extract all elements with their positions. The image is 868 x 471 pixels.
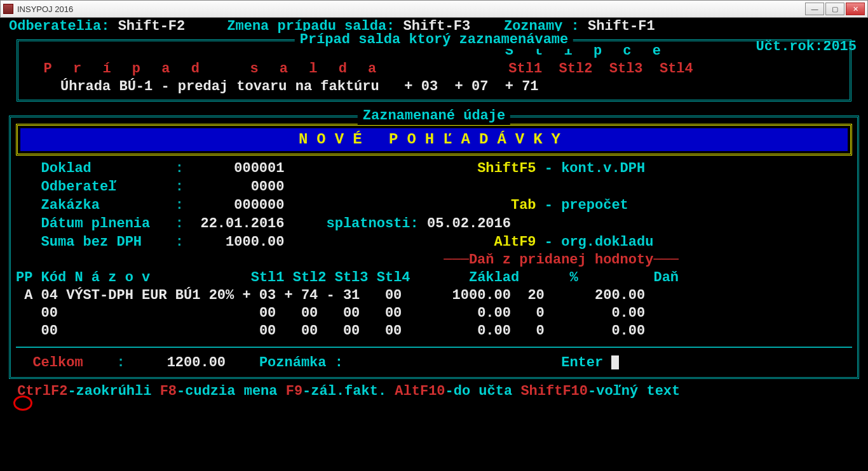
- celkom-label: Celkom: [32, 355, 83, 371]
- banner: NOVÉ POHĽADÁVKY: [16, 124, 852, 156]
- shiftf10-key[interactable]: ShiftF10: [520, 383, 588, 399]
- case-label-row: P r í p a d s a l d a Stl1 Stl2 Stl3 Stl…: [18, 60, 850, 78]
- window-titlebar: INSYPOJ 2016 — ▢ ✕: [0, 0, 868, 18]
- suma-label: Suma bez DPH: [41, 234, 142, 250]
- doklad-label: Doklad: [41, 161, 92, 176]
- altf9-key[interactable]: AltF9: [494, 234, 536, 250]
- datum-label: Dátum plnenia: [41, 216, 151, 232]
- totals-row: Celkom : 1200.00 Poznámka : Enter: [16, 354, 852, 372]
- fields-block: Doklad : 000001 ShiftF5 - kont.v.DPH Odb…: [16, 159, 852, 251]
- vat-row-1[interactable]: 00 00 00 00 00 0.00 0 0.00: [16, 305, 852, 322]
- window-title: INSYPOJ 2016: [17, 4, 73, 14]
- vat-row-2[interactable]: 00 00 00 00 00 0.00 0 0.00: [16, 322, 852, 340]
- splat-value[interactable]: 05.02.2016: [427, 216, 511, 232]
- enter-key[interactable]: Enter: [561, 355, 603, 371]
- minimize-button[interactable]: —: [805, 3, 824, 15]
- app-icon: [3, 4, 13, 14]
- vat-row-0[interactable]: A 04 VÝST-DPH EUR BÚ1 20% + 03 + 74 - 31…: [16, 287, 852, 305]
- suma-value[interactable]: 1000.00: [226, 234, 284, 250]
- f8-key[interactable]: F8: [160, 383, 177, 399]
- banner-text: NOVÉ POHĽADÁVKY: [20, 128, 848, 151]
- shiftf5-text: - kont.v.DPH: [536, 161, 646, 176]
- divider: [16, 347, 852, 348]
- footer-shortcut-bar: CtrlF2-zaokrúhli F8-cudzia mena F9-zál.f…: [9, 383, 859, 401]
- vat-section-line: ───Daň z pridanej hodnoty───: [16, 251, 852, 269]
- altf10-key[interactable]: AltF10: [395, 383, 445, 399]
- zakazka-value[interactable]: 000000: [234, 197, 284, 213]
- celkom-value: 1200.00: [167, 355, 226, 371]
- maximize-button[interactable]: ▢: [825, 3, 844, 15]
- tab-key[interactable]: Tab: [511, 197, 536, 213]
- odberatel-value[interactable]: 0000: [251, 179, 285, 195]
- splat-label: splatnosti:: [327, 216, 419, 232]
- odberatel-label: Odberateľ: [41, 179, 117, 195]
- customers-label: Odberatelia:: [9, 18, 109, 34]
- lists-key[interactable]: Shift-F1: [588, 18, 655, 34]
- datum-value[interactable]: 22.01.2016: [200, 216, 284, 232]
- case-value-row: Úhrada BÚ-1 - predaj tovaru na faktúru +…: [18, 78, 850, 96]
- vat-header-row: PP Kód N á z o v Stl1 Stl2 Stl3 Stl4 Zák…: [16, 269, 852, 287]
- altf9-text: - org.dokladu: [536, 234, 654, 250]
- zakazka-label: Zakázka: [41, 197, 100, 213]
- case-box-title: Prípad salda ktorý zaznamenávame: [295, 31, 573, 49]
- tab-text: - prepočet: [536, 197, 628, 213]
- poznamka-label: Poznámka :: [259, 355, 343, 371]
- close-button[interactable]: ✕: [846, 3, 865, 15]
- ctrlf2-key[interactable]: CtrlF2: [17, 383, 67, 399]
- case-box: Prípad salda ktorý zaznamenávame S t l p…: [17, 39, 851, 102]
- doklad-value[interactable]: 000001: [234, 161, 284, 176]
- data-box: Zaznamenané údaje NOVÉ POHĽADÁVKY Doklad…: [9, 116, 859, 379]
- terminal-screen: Odberatelia: Shift-F2 Zmena prípadu sald…: [0, 18, 868, 471]
- f9-key[interactable]: F9: [286, 383, 302, 399]
- data-box-title: Zaznamenané údaje: [358, 107, 510, 125]
- shiftf5-key[interactable]: ShiftF5: [477, 161, 536, 176]
- cursor: [611, 355, 619, 369]
- customers-key[interactable]: Shift-F2: [118, 18, 186, 34]
